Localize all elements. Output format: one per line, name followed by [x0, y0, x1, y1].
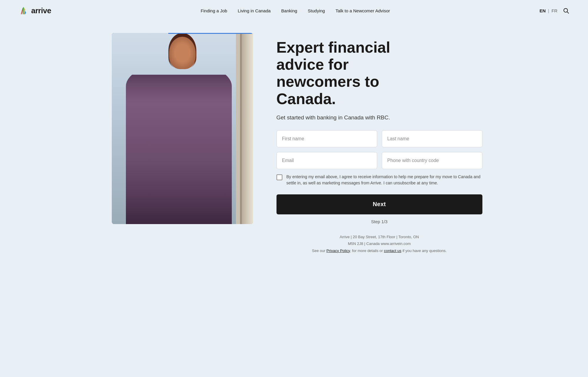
next-button[interactable]: Next — [276, 194, 482, 214]
signup-form: By entering my email above, I agree to r… — [276, 130, 482, 224]
consent-checkbox[interactable] — [276, 174, 282, 180]
privacy-policy-link[interactable]: Privacy Policy — [327, 248, 350, 253]
language-switcher: EN | FR — [539, 8, 557, 13]
hero-photo — [112, 33, 253, 224]
first-name-input[interactable] — [276, 130, 377, 147]
footer-line3-middle: , for more details or — [350, 248, 384, 253]
logo-text: arrive — [31, 6, 51, 15]
last-name-input[interactable] — [382, 130, 482, 147]
search-button[interactable] — [562, 6, 570, 15]
nav-living-in-canada[interactable]: Living in Canada — [238, 8, 271, 13]
nav-banking[interactable]: Banking — [281, 8, 297, 13]
lang-fr[interactable]: FR — [552, 8, 557, 13]
footer-line3: See our Privacy Policy, for more details… — [276, 247, 482, 254]
form-row-contact — [276, 152, 482, 169]
hero-subtitle: Get started with banking in Canada with … — [276, 114, 482, 121]
header-right: EN | FR — [539, 6, 570, 15]
consent-label[interactable]: By entering my email above, I agree to r… — [286, 174, 482, 186]
hero-content-area: Expert financial advice for newcomers to… — [276, 33, 482, 263]
search-icon — [563, 7, 569, 14]
footer-line3-suffix: if you have any questions. — [402, 248, 447, 253]
contact-us-link[interactable]: contact us — [384, 248, 401, 253]
form-row-name — [276, 130, 482, 147]
hero-image — [112, 33, 253, 224]
nav-studying[interactable]: Studying — [308, 8, 325, 13]
logo-link[interactable]: arrive — [18, 5, 51, 16]
footer-line1: Arrive | 20 Bay Street, 17th Floor | Tor… — [276, 233, 482, 240]
main-nav: Finding a Job Living in Canada Banking S… — [201, 8, 390, 13]
email-input[interactable] — [276, 152, 377, 169]
nav-newcomer-advisor[interactable]: Talk to a Newcomer Advisor — [336, 8, 390, 13]
footer-line3-prefix: See our — [312, 248, 327, 253]
lang-en[interactable]: EN — [539, 8, 546, 13]
footer-info: Arrive | 20 Bay Street, 17th Floor | Tor… — [276, 233, 482, 263]
phone-input[interactable] — [382, 152, 482, 169]
site-header: arrive Finding a Job Living in Canada Ba… — [0, 0, 588, 21]
hero-title: Expert financial advice for newcomers to… — [276, 39, 429, 107]
top-accent-bar — [168, 33, 253, 34]
step-indicator: Step 1/3 — [276, 219, 482, 224]
footer-line2: M5N 2J8 | Canada www.arrivein.com — [276, 240, 482, 247]
nav-finding-a-job[interactable]: Finding a Job — [201, 8, 227, 13]
arrive-logo-icon — [18, 5, 28, 16]
lang-divider: | — [548, 8, 549, 13]
consent-area: By entering my email above, I agree to r… — [276, 174, 482, 186]
person-body — [126, 62, 232, 224]
main-content: Expert financial advice for newcomers to… — [88, 21, 500, 275]
svg-line-1 — [567, 12, 569, 13]
